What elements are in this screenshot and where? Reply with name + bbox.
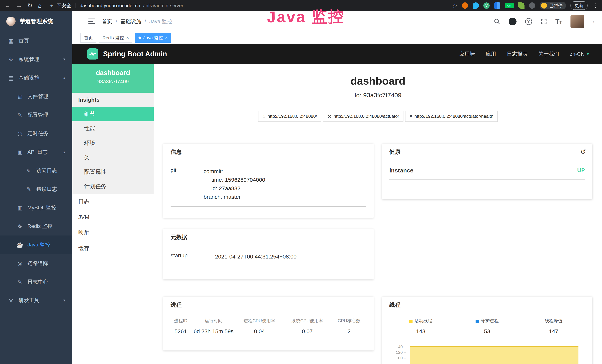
legend-live-threads: 活动线程143 (387, 318, 454, 334)
sidebar-item-tracing[interactable]: ◎链路追踪 (0, 254, 72, 273)
sba-nav-applications[interactable]: 应用 (486, 50, 496, 57)
url-host: dashboard.yudao.iocoder.cn (80, 3, 140, 9)
browser-menu-icon[interactable]: ⋮ (593, 2, 598, 9)
sba-nav-wall[interactable]: 应用墙 (459, 50, 475, 57)
bookmark-star-icon[interactable]: ☆ (452, 2, 457, 9)
info-card-title: 信息 (163, 144, 374, 160)
threads-card-title: 线程 (382, 297, 592, 313)
instance-name: dashboard (72, 69, 154, 77)
sidebar-item-home[interactable]: ▦首页 (0, 32, 72, 50)
side-item-environment[interactable]: 环境 (72, 136, 154, 150)
vue-devtools-icon[interactable]: V (483, 2, 490, 9)
extension-drop-icon[interactable] (473, 2, 479, 9)
instance-header: dashboard 93a3fc7f7409 (72, 64, 154, 93)
app-logo-row[interactable]: 芋道管理系统 (0, 11, 72, 32)
leaf-extension-icon[interactable] (518, 2, 525, 9)
fullscreen-icon[interactable] (541, 18, 547, 25)
info-card: 信息 git commit: time: 1596289704000 id: 2… (163, 144, 374, 218)
sidebar-item-config[interactable]: ✎配置管理 (0, 106, 72, 124)
instance-label: Instance (389, 167, 413, 174)
threads-legend: 活动线程143 守护进程53 线程峰值147 (382, 313, 592, 341)
chrome-update-button[interactable]: 更新 (570, 1, 588, 10)
admin-sidebar: 芋道管理系统 ▦首页 ⚙系统管理▾ ▤基础设施▴ ▧文件管理 ✎配置管理 ◷定时… (0, 11, 72, 364)
locale-selector[interactable]: zh-CN▾ (570, 51, 589, 57)
side-item-jvm[interactable]: JVM (72, 209, 154, 225)
startup-row: startup 2021-04-27T00:44:31.254+08:00 (171, 252, 366, 266)
breadcrumb-home[interactable]: 首页 (102, 18, 112, 25)
avatar[interactable] (570, 15, 584, 28)
side-item-scheduled-tasks[interactable]: 计划任务 (72, 179, 154, 193)
sidebar-item-java-monitor[interactable]: ☕Java 监控 (0, 236, 72, 254)
process-col: 进程ID5261 (169, 318, 193, 334)
sidebar-item-system[interactable]: ⚙系统管理▾ (0, 50, 72, 69)
sidebar-item-redis[interactable]: ❖Redis 监控 (0, 217, 72, 236)
tab-redis-monitor[interactable]: Redis 监控× (99, 33, 132, 43)
tab-java-monitor[interactable]: Java 监控× (135, 33, 171, 43)
sba-nav-journal[interactable]: 日志报表 (507, 50, 528, 57)
startup-key: startup (171, 252, 215, 261)
sidebar-item-error-log[interactable]: ✎错误日志 (0, 180, 72, 198)
url-path: /infra/admin-server (143, 3, 183, 9)
instance-link-actuator[interactable]: ⚒http://192.168.0.2:48080/actuator (323, 111, 403, 122)
switch-on-icon[interactable]: on (505, 3, 514, 8)
extension-icon[interactable] (462, 2, 468, 9)
close-icon[interactable]: × (126, 35, 129, 40)
hamburger-icon[interactable] (88, 19, 95, 24)
infrastructure-icon: ▤ (7, 75, 14, 81)
spring-boot-admin-logo (87, 48, 98, 60)
instance-link-root[interactable]: ⌂http://192.168.0.2:48080/ (258, 111, 321, 122)
git-value: commit: time: 1596289704000 id: 27aa832 … (204, 167, 265, 201)
process-col: CPU核心数2 (330, 318, 368, 334)
extensions-puzzle-icon[interactable] (529, 2, 535, 9)
process-col: 系统CPU使用率0.07 (284, 318, 330, 334)
legend-daemon-threads: 守护进程53 (454, 318, 520, 334)
github-icon[interactable] (509, 18, 516, 25)
address-bar[interactable]: ⚠ 不安全 dashboard.yudao.iocoder.cn/infra/a… (49, 2, 183, 9)
sidebar-item-files[interactable]: ▧文件管理 (0, 87, 72, 106)
history-icon[interactable]: ↺ (580, 144, 586, 160)
admin-menu: ▦首页 ⚙系统管理▾ ▤基础设施▴ ▧文件管理 ✎配置管理 ◷定时任务 ▣API… (0, 32, 72, 310)
instance-link-health[interactable]: ♥http://192.168.0.2:48080/actuator/healt… (405, 111, 498, 122)
help-icon[interactable]: ? (525, 18, 532, 25)
sidebar-item-devtools[interactable]: ⚒研发工具▾ (0, 291, 72, 310)
side-item-loggers[interactable]: 日志 (72, 194, 154, 209)
tab-home[interactable]: 首页 (80, 33, 97, 43)
back-icon[interactable]: ← (4, 2, 10, 9)
profile-paused-badge[interactable]: 已暂停 (540, 2, 566, 10)
home-icon[interactable]: ⌂ (38, 2, 42, 9)
refresh-icon[interactable]: ↻ (27, 2, 32, 9)
access-log-icon: ✎ (25, 167, 32, 174)
side-item-mappings[interactable]: 映射 (72, 225, 154, 240)
side-item-metrics[interactable]: 性能 (72, 121, 154, 136)
main-frame: 首页 / 基础设施 / Java 监控 ? TT ▾ 首页 Redis 监控× … (72, 11, 602, 364)
extension-grid-icon[interactable] (494, 2, 500, 9)
breadcrumb: 首页 / 基础设施 / Java 监控 (102, 11, 172, 32)
sba-brand-title: Spring Boot Admin (103, 50, 167, 58)
side-item-details[interactable]: 细节 (72, 107, 154, 121)
heart-icon: ♥ (409, 114, 412, 119)
search-icon[interactable] (494, 18, 500, 25)
startup-value: 2021-04-27T00:44:31.254+08:00 (215, 252, 297, 261)
threads-card: 线程 活动线程143 守护进程53 线程峰值147 140 120 100 (382, 297, 592, 364)
process-card-title: 进程 (163, 297, 374, 313)
active-dot (139, 37, 141, 39)
sba-nav-about[interactable]: 关于我们 (538, 50, 559, 57)
side-item-beans[interactable]: 类 (72, 150, 154, 165)
sidebar-item-api-log[interactable]: ▣API 日志▴ (0, 143, 72, 161)
avatar-caret-icon[interactable]: ▾ (593, 19, 595, 24)
sidebar-item-jobs[interactable]: ◷定时任务 (0, 124, 72, 143)
chevron-up-icon: ▴ (63, 75, 65, 80)
sidebar-item-mysql[interactable]: ▥MySQL 监控 (0, 198, 72, 217)
breadcrumb-infra[interactable]: 基础设施 (120, 18, 141, 25)
yellow-square-icon (409, 320, 412, 323)
close-icon[interactable]: × (165, 35, 168, 40)
font-size-icon[interactable]: TT (556, 18, 562, 25)
sidebar-item-infra[interactable]: ▤基础设施▴ (0, 69, 72, 87)
forward-icon[interactable]: → (16, 2, 22, 9)
side-item-caches[interactable]: 缓存 (72, 240, 154, 256)
side-item-config-props[interactable]: 配置属性 (72, 165, 154, 179)
sba-header: Spring Boot Admin 应用墙 应用 日志报表 关于我们 zh-CN… (72, 44, 602, 64)
sidebar-item-log-center[interactable]: ✎日志中心 (0, 273, 72, 291)
sidebar-item-access-log[interactable]: ✎访问日志 (0, 161, 72, 180)
status-badge: UP (577, 167, 585, 174)
